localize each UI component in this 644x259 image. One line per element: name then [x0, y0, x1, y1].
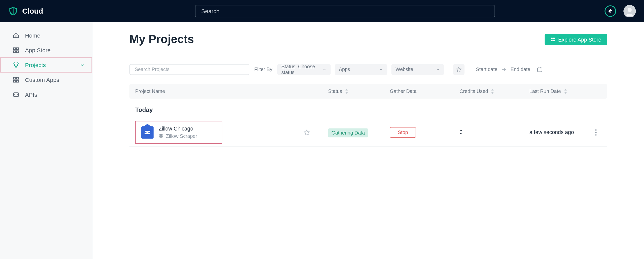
- svg-point-25: [595, 134, 596, 135]
- svg-rect-15: [553, 38, 555, 39]
- apps-filter-select[interactable]: Apps: [335, 64, 387, 75]
- credits-value: 0: [460, 129, 530, 135]
- svg-point-23: [595, 129, 596, 130]
- filter-by-label: Filter By: [254, 67, 272, 72]
- end-date-label: End date: [510, 67, 530, 72]
- chevron-down-icon: [80, 62, 85, 68]
- sidebar-item-label: Projects: [25, 62, 46, 68]
- arrow-right-icon: [502, 67, 507, 72]
- calendar-icon: [537, 67, 543, 72]
- status-badge: Gathering Data: [328, 128, 368, 137]
- sidebar-item-home[interactable]: Home: [0, 28, 92, 43]
- grid-icon: [13, 77, 19, 83]
- col-header-name[interactable]: Project Name: [135, 88, 303, 94]
- last-run-value: a few seconds ago: [529, 129, 595, 135]
- star-icon: [304, 129, 310, 136]
- sidebar-item-app-store[interactable]: App Store: [0, 43, 92, 58]
- favorites-filter-button[interactable]: [453, 64, 465, 75]
- sidebar-item-label: Home: [25, 32, 41, 39]
- table-header: Project Name Status Gather Data Credits …: [129, 84, 607, 99]
- svg-rect-3: [17, 48, 19, 50]
- home-icon: [13, 32, 19, 39]
- sidebar-item-label: Custom Apps: [25, 77, 59, 83]
- svg-rect-16: [551, 40, 553, 42]
- projects-table: Project Name Status Gather Data Credits …: [129, 84, 607, 147]
- sidebar-item-label: APIs: [25, 91, 37, 98]
- chevron-down-icon: [379, 68, 383, 72]
- sort-icon: [345, 89, 349, 94]
- stop-button[interactable]: Stop: [390, 127, 416, 138]
- svg-rect-2: [14, 48, 16, 50]
- apps-filter-label: Apps: [339, 67, 350, 72]
- svg-rect-11: [14, 80, 16, 82]
- svg-rect-13: [14, 93, 19, 96]
- sort-icon: [491, 89, 495, 94]
- svg-rect-17: [553, 40, 555, 42]
- sidebar-item-apis[interactable]: APIs: [0, 87, 92, 102]
- explore-app-store-button[interactable]: Explore App Store: [545, 34, 607, 45]
- page-title: My Projects: [129, 33, 194, 46]
- col-header-last[interactable]: Last Run Date: [529, 88, 595, 94]
- grid-icon: [13, 47, 19, 53]
- website-filter-label: Website: [395, 67, 413, 72]
- project-card[interactable]: Zillow Chicago Zillow Scraper: [135, 121, 222, 144]
- fork-icon: [13, 62, 19, 68]
- search-projects-input[interactable]: [129, 64, 249, 75]
- website-filter-select[interactable]: Website: [391, 64, 444, 75]
- svg-rect-18: [538, 68, 542, 72]
- svg-rect-9: [14, 77, 16, 79]
- shield-logo-icon: [8, 6, 18, 16]
- section-today: Today: [129, 99, 607, 118]
- bolt-button[interactable]: [605, 5, 616, 17]
- status-filter-select[interactable]: Status: Choose status: [277, 64, 331, 75]
- user-avatar[interactable]: [623, 5, 636, 17]
- chevron-down-icon: [436, 68, 440, 72]
- col-header-status[interactable]: Status: [328, 88, 390, 94]
- svg-rect-20: [162, 134, 163, 136]
- svg-rect-5: [17, 51, 19, 53]
- svg-rect-4: [14, 51, 16, 53]
- sidebar-item-projects[interactable]: Projects: [0, 58, 92, 73]
- code-icon: [13, 91, 19, 98]
- zillow-logo-icon: [141, 126, 154, 138]
- svg-rect-19: [159, 134, 161, 136]
- more-vertical-icon: [595, 129, 597, 136]
- grid-icon: [550, 37, 555, 42]
- brand-name: Cloud: [22, 7, 43, 15]
- col-header-credits[interactable]: Credits Used: [460, 88, 530, 94]
- sort-icon: [564, 89, 568, 94]
- project-type: Zillow Scraper: [158, 133, 197, 139]
- star-icon: [456, 67, 462, 72]
- col-header-gather[interactable]: Gather Data: [390, 88, 460, 94]
- svg-rect-21: [159, 137, 161, 138]
- sidebar-item-label: App Store: [25, 47, 51, 53]
- row-actions-menu[interactable]: [595, 129, 601, 136]
- project-name: Zillow Chicago: [158, 125, 197, 132]
- filter-bar: Filter By Status: Choose status Apps Web…: [129, 64, 607, 75]
- brand[interactable]: Cloud: [8, 6, 43, 16]
- sidebar: Home App Store Projects: [0, 22, 92, 259]
- status-filter-label: Status: Choose status: [281, 64, 319, 75]
- sidebar-item-custom-apps[interactable]: Custom Apps: [0, 72, 92, 87]
- global-search-input[interactable]: [195, 5, 495, 17]
- svg-point-1: [628, 8, 632, 12]
- date-range-filter[interactable]: Start date End date: [476, 67, 543, 72]
- chevron-down-icon: [323, 68, 327, 72]
- main-content: My Projects Explore App Store Filter By …: [92, 22, 644, 259]
- svg-point-7: [17, 63, 18, 64]
- explore-button-label: Explore App Store: [558, 36, 601, 42]
- svg-point-24: [595, 132, 596, 133]
- table-row[interactable]: Zillow Chicago Zillow Scraper Ga: [129, 118, 607, 147]
- svg-rect-12: [17, 80, 19, 82]
- svg-rect-14: [551, 38, 553, 39]
- bolt-icon: [608, 9, 613, 14]
- svg-point-6: [14, 63, 15, 64]
- topbar: Cloud: [0, 0, 644, 22]
- svg-rect-10: [17, 77, 19, 79]
- favorite-toggle[interactable]: [304, 129, 328, 136]
- start-date-label: Start date: [476, 67, 497, 72]
- svg-rect-22: [162, 137, 163, 138]
